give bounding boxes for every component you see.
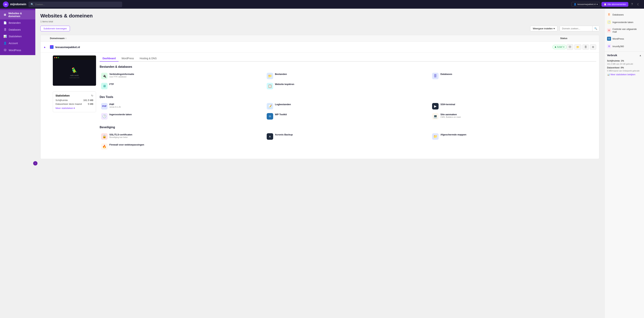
view-settings-button[interactable]: Weergave instellen ▾ (530, 26, 558, 31)
verbruik-traffic-label: Dataverkeer: (607, 66, 620, 69)
account-label: tessasmwpakket.nl (577, 3, 596, 5)
tool-icon-php: PHP (101, 103, 108, 109)
tool-wp-toolkit[interactable]: ⓦ WP Toolkit (265, 111, 431, 121)
preview-dot-yellow (56, 57, 57, 58)
rp-databases[interactable]: 🗄 Databases (604, 11, 644, 18)
logo-icon: m (3, 1, 9, 7)
view-settings-label: Weergave instellen (533, 27, 553, 30)
account-button[interactable]: 👤 tessasmwpakket.nl ▾ (572, 2, 600, 7)
tool-site-aanmaken[interactable]: 💻 Site aanmaken CMS, Builders en meer (431, 111, 596, 121)
status-dot (555, 46, 556, 48)
preview-bar (53, 55, 96, 60)
rp-mail[interactable]: ✉ Controle van uitgaande mail (604, 26, 644, 35)
wp-action-button[interactable]: ⓦ (567, 44, 573, 50)
settings-action-button[interactable]: ⚙ (590, 44, 596, 50)
domain-actions: ⓦ 📁 🗄 ⚙ (567, 44, 596, 50)
sidebar-item-label-account: Account (9, 42, 18, 45)
more-stats-right-link[interactable]: 📊 Meer statistieken bekijken (607, 73, 642, 76)
dev-tools-grid: PHP PHP versie 8.1.25 📝 Logbestanden (100, 101, 596, 121)
tool-icon-logbestanden: 📝 (267, 103, 273, 109)
sidebar-item-bestanden[interactable]: 📄 Bestanden (0, 19, 35, 26)
nav-right: 👤 tessasmwpakket.nl ▾ 📋 Alle abonnemente… (572, 2, 641, 7)
tool-name-verbindingsinformatie: Verbindingsinformatie (110, 73, 134, 75)
tool-name-ingeroosterde: Ingeroosterde taken (110, 113, 132, 116)
verbruik-disk-label: Schijfruimte: (607, 60, 620, 62)
rp-mail-icon: ✉ (607, 28, 611, 32)
tool-php[interactable]: PHP PHP versie 8.1.25 (100, 101, 265, 111)
tool-name-ssl: SSL/TLS-certificaten (110, 133, 132, 136)
tool-name-bestanden: Bestanden (275, 73, 287, 75)
bestanden-icon: 📄 (3, 21, 7, 24)
sort-icon: ↑ (66, 37, 67, 40)
rp-ingeroosterde[interactable]: 🕐 Ingeroosterde taken (604, 18, 644, 26)
row-toggle[interactable]: ▲ (44, 45, 50, 48)
search-input[interactable] (35, 1, 120, 7)
tool-databases[interactable]: 🗄 Databases (431, 71, 596, 81)
tool-icon-bestanden: 📁 (267, 73, 273, 79)
tab-hosting[interactable]: Hosting & DNS (137, 55, 160, 62)
domain-name: tessasmwpakket.nl (55, 45, 80, 49)
sidebar-item-websites[interactable]: ⊞ Websites & domeinen (0, 10, 35, 19)
domain-search-button[interactable]: 🔍 (592, 26, 599, 31)
sidebar-item-wordpress[interactable]: ⓦ WordPress (0, 47, 35, 54)
tool-name-acronis: Acronis Backup (275, 133, 293, 136)
tool-acronis[interactable]: A Acronis Backup (265, 131, 431, 142)
tool-icon-verbindingsinformatie: 🔌 (101, 73, 108, 79)
dev-tools-section-title: Dev Tools (100, 95, 596, 99)
sidebar-item-statistieken[interactable]: 📊 Statistieken (0, 33, 35, 40)
logo: m mijndomein (3, 1, 26, 7)
verbruik-disk-row: Schijfruimte: 1% (607, 60, 642, 62)
tool-afgeschermde[interactable]: 📁 Afgeschermde mappen (431, 131, 596, 142)
tab-wordpress[interactable]: WordPress (118, 55, 137, 62)
stats-refresh-button[interactable]: ↻ (91, 94, 93, 97)
sidebar-collapse-button[interactable]: ‹ (33, 161, 38, 165)
tool-verbindingsinformatie[interactable]: 🔌 Verbindingsinformatie voor FTP, databa… (100, 71, 265, 81)
domain-col-label: Domeinnaam (50, 37, 65, 40)
tool-website-kopieren[interactable]: 📋 Website kopiëren (265, 81, 431, 91)
sidebar-item-databases[interactable]: 🗄 Databases (0, 26, 35, 33)
more-stats-link[interactable]: Meer statistieken ▾ (56, 107, 93, 109)
tool-ingeroosterde[interactable]: 🕐 Ingeroosterde taken (100, 111, 265, 121)
stats-disk-value: 161.5 MB (83, 99, 93, 102)
db-action-button[interactable]: 🗄 (582, 44, 589, 50)
preview-content: 🦜 Hello world! Lorem ipsum text (53, 60, 96, 86)
sidebar-item-account[interactable]: 👤 Account (0, 40, 35, 47)
preview-image: 🦜 Hello world! Lorem ipsum text (53, 55, 96, 86)
status-badge[interactable]: Actief ▾ (552, 45, 567, 49)
status-chevron: ▾ (563, 46, 564, 48)
verbruik-section: Verbruik ▲ Schijfruimte: 1% 161.5 MB van… (604, 51, 644, 77)
domain-search: 🔍 (560, 26, 599, 31)
verbruik-traffic-pct: 0% (621, 66, 624, 69)
theme-button[interactable]: ☾ (636, 2, 641, 7)
account-sidebar-icon: 👤 (3, 42, 7, 45)
tool-icon-ingeroosterde: 🕐 (101, 113, 108, 120)
rp-wordpress[interactable]: ⓦ WordPress (604, 35, 644, 42)
chevron-down-icon: ▾ (74, 107, 75, 109)
tool-icon-ssl: 🔒 (101, 133, 108, 140)
tab-dashboard[interactable]: Dashboard (100, 55, 118, 62)
files-action-button[interactable]: 📁 (574, 44, 581, 50)
tool-ssl[interactable]: 🔒 SSL/TLS-certificaten Beveiliging kan b… (100, 131, 265, 142)
add-subdomain-button[interactable]: Subdomein toevoegen (40, 26, 70, 31)
verbruik-traffic-row: Dataverkeer: 0% (607, 66, 642, 69)
tool-logbestanden[interactable]: 📝 Logbestanden (265, 101, 431, 111)
domain-search-input[interactable] (560, 26, 592, 31)
databases-icon: 🗄 (3, 28, 7, 31)
items-total: 1 items total (40, 20, 599, 23)
tool-ftp[interactable]: 🖥 FTP (100, 81, 265, 91)
rp-imunify[interactable]: ⚙ Imunify360 (604, 42, 644, 50)
stats-box: Statistieken ↻ Schijfruimte 161.5 MB Dat… (53, 91, 96, 112)
tool-icon-firewall: 🔥 (101, 143, 108, 150)
domain-row-header: ▲ 🌐 tessasmwpakket.nl Actief ▾ ⓦ 📁 🗄 ⚙ (40, 42, 599, 52)
tool-firewall[interactable]: 🔥 Firewall voor webtoepassingen (100, 142, 265, 152)
verbruik-collapse-button[interactable]: ▲ (639, 54, 642, 57)
tool-bestanden[interactable]: 📁 Bestanden (265, 71, 431, 81)
tool-name-afgeschermde: Afgeschermde mappen (440, 133, 466, 136)
tool-ssh[interactable]: ▶ SSH-terminal (431, 101, 596, 111)
sidebar-item-label-websites: Websites & domeinen (8, 12, 32, 18)
search-icon: 🔍 (31, 3, 34, 6)
subscriptions-button[interactable]: 📋 Alle abonnementen (602, 2, 628, 7)
help-button[interactable]: ? (630, 2, 634, 7)
site-preview: 🦜 Hello world! Lorem ipsum text (53, 55, 96, 86)
tool-desc-ssl: Beveiliging kan beter (110, 136, 132, 138)
